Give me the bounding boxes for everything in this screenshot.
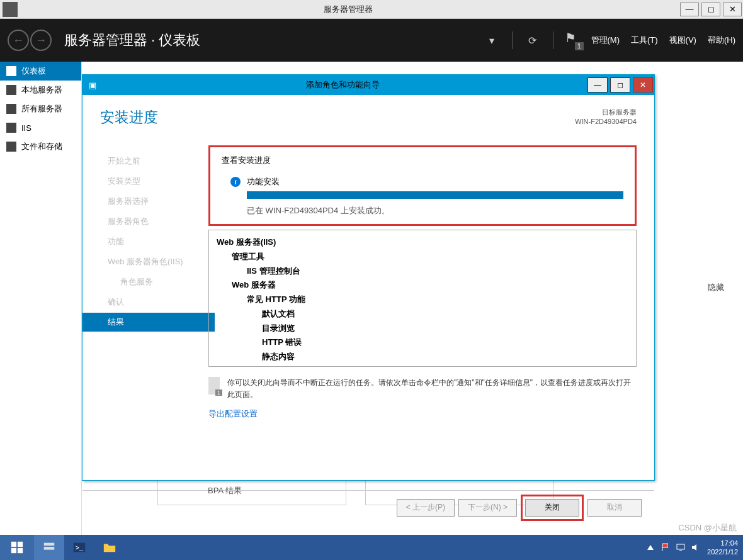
wizard-step-6[interactable]: 角色服务 (101, 272, 208, 291)
results-tree-panel[interactable]: Web 服务器(IIS)管理工具IIS 管理控制台Web 服务器常见 HTTP … (208, 230, 637, 367)
refresh-icon[interactable]: ⟳ (524, 31, 542, 49)
wizard-icon: ▣ (86, 79, 99, 91)
maximize-button[interactable]: ◻ (701, 3, 720, 16)
progress-status: 已在 WIN-F2D49304PD4 上安装成功。 (247, 205, 623, 216)
sidebar-label: IIS (21, 123, 31, 133)
taskbar-powershell[interactable]: >_ (64, 535, 94, 560)
taskbar-explorer[interactable] (94, 535, 125, 560)
svg-rect-0 (11, 542, 16, 547)
tree-node-6: 目录浏览 (217, 322, 628, 336)
wizard-step-2[interactable]: 服务器选择 (101, 192, 208, 211)
sidebar-item-3[interactable]: IIS (0, 118, 81, 137)
sidebar-label: 仪表板 (21, 65, 46, 77)
clock-date: 2022/1/12 (707, 547, 738, 556)
menu-help[interactable]: 帮助(H) (708, 35, 735, 46)
tray-network-icon[interactable] (676, 542, 686, 552)
windows-icon (9, 540, 25, 554)
breadcrumb: 服务器管理器 · 仪表板 (64, 31, 483, 50)
sidebar-icon (6, 142, 16, 152)
sidebar-item-4[interactable]: 文件和存储 (0, 137, 81, 156)
sidebar-icon (6, 123, 16, 133)
progress-section-title: 查看安装进度 (222, 155, 623, 166)
wizard-step-1[interactable]: 安装类型 (101, 172, 208, 191)
next-button[interactable]: 下一步(N) > (458, 499, 517, 517)
target-server: WIN-F2D49304PD4 (575, 117, 637, 126)
ribbon-header: ← → 服务器管理器 · 仪表板 ▾ ⟳ 1 管理(M) 工具(T) 视图(V)… (0, 19, 743, 62)
svg-rect-5 (44, 547, 55, 550)
tree-node-2: IIS 管理控制台 (217, 264, 628, 279)
close-wizard-button[interactable]: 关闭 (525, 499, 579, 517)
notifications-flag-icon[interactable]: 1 (565, 31, 580, 49)
sidebar-item-2[interactable]: 所有服务器 (0, 99, 81, 118)
menu-tools[interactable]: 工具(T) (631, 35, 658, 46)
wizard-step-5[interactable]: Web 服务器角色(IIS) (101, 252, 208, 271)
sidebar-label: 本地服务器 (21, 84, 62, 96)
sidebar-label: 所有服务器 (21, 103, 62, 115)
wizard-maximize-button[interactable]: ◻ (610, 77, 630, 92)
svg-rect-8 (677, 544, 684, 549)
taskbar-server-manager[interactable] (34, 535, 64, 560)
wizard-heading: 安装进度 (100, 108, 158, 127)
clock-time: 17:04 (707, 539, 738, 547)
wizard-step-3[interactable]: 服务器角色 (101, 212, 208, 231)
tray-up-icon[interactable] (645, 542, 655, 552)
sidebar-icon (6, 66, 16, 76)
progress-label: 功能安装 (247, 176, 623, 188)
svg-text:>_: >_ (76, 544, 84, 551)
powershell-icon: >_ (71, 540, 88, 554)
tree-node-4: 常见 HTTP 功能 (217, 293, 628, 307)
window-title: 服务器管理器 (18, 4, 679, 15)
wizard-dialog: ▣ 添加角色和功能向导 — ◻ ✕ 安装进度 目标服务器 WIN-F2D4930… (82, 74, 655, 481)
wizard-step-0[interactable]: 开始之前 (101, 152, 208, 171)
close-note-text: 你可以关闭此向导而不中断正在运行的任务。请依次单击命令栏中的"通知"和"任务详细… (227, 377, 637, 401)
wizard-title: 添加角色和功能向导 (99, 79, 586, 91)
app-icon (3, 2, 18, 17)
taskbar: >_ 17:04 2022/1/12 (0, 535, 743, 560)
tree-node-9: 运行状况和诊断 (217, 364, 628, 367)
wizard-step-7[interactable]: 确认 (101, 293, 208, 311)
wizard-titlebar[interactable]: ▣ 添加角色和功能向导 — ◻ ✕ (82, 75, 654, 95)
wizard-step-4[interactable]: 功能 (101, 232, 208, 251)
nav-forward-button[interactable]: → (30, 30, 52, 51)
prev-button[interactable]: < 上一步(P) (397, 499, 455, 517)
close-button[interactable]: ✕ (723, 3, 742, 16)
menu-manage[interactable]: 管理(M) (591, 35, 620, 46)
target-label: 目标服务器 (575, 108, 637, 117)
info-icon: i (230, 177, 241, 187)
progress-bar (247, 191, 623, 199)
separator (512, 31, 513, 49)
nav-back-button[interactable]: ← (8, 30, 29, 51)
sidebar-label: 文件和存储 (21, 141, 62, 152)
sidebar-item-0[interactable]: 仪表板 (0, 62, 81, 81)
wizard-steps-nav: 开始之前安装类型服务器选择服务器角色功能Web 服务器角色(IIS)角色服务确认… (82, 139, 208, 490)
tree-node-5: 默认文档 (217, 307, 628, 322)
close-button-highlight: 关闭 (521, 495, 584, 521)
svg-rect-1 (18, 542, 23, 547)
tree-node-3: Web 服务器 (217, 278, 628, 293)
wizard-minimize-button[interactable]: — (587, 77, 608, 92)
notification-count-badge: 1 (575, 42, 584, 50)
tree-node-0: Web 服务器(IIS) (217, 235, 628, 250)
cancel-button[interactable]: 取消 (587, 499, 642, 517)
menu-view[interactable]: 视图(V) (669, 35, 696, 46)
sidebar-item-1[interactable]: 本地服务器 (0, 81, 81, 99)
export-config-link[interactable]: 导出配置设置 (208, 408, 258, 420)
sidebar-icon (6, 104, 16, 114)
minimize-button[interactable]: — (680, 3, 699, 16)
tray-flag-icon[interactable] (661, 542, 671, 552)
sidebar-nav: 仪表板本地服务器所有服务器IIS文件和存储 (0, 62, 82, 535)
tree-node-7: HTTP 错误 (217, 335, 628, 350)
wizard-footer: < 上一步(P) 下一步(N) > 关闭 取消 (82, 490, 654, 524)
svg-rect-3 (18, 548, 23, 553)
svg-rect-4 (44, 543, 55, 546)
tree-node-1: 管理工具 (217, 250, 628, 264)
task-flag-icon (208, 377, 220, 395)
dropdown-icon[interactable]: ▾ (483, 31, 501, 49)
taskbar-clock[interactable]: 17:04 2022/1/12 (707, 539, 738, 557)
tray-volume-icon[interactable] (691, 542, 701, 552)
sidebar-icon (6, 85, 16, 95)
wizard-close-button[interactable]: ✕ (633, 77, 653, 92)
outer-titlebar: 服务器管理器 — ◻ ✕ (0, 0, 743, 19)
hide-button[interactable]: 隐藏 (708, 282, 724, 293)
start-button[interactable] (0, 535, 34, 560)
